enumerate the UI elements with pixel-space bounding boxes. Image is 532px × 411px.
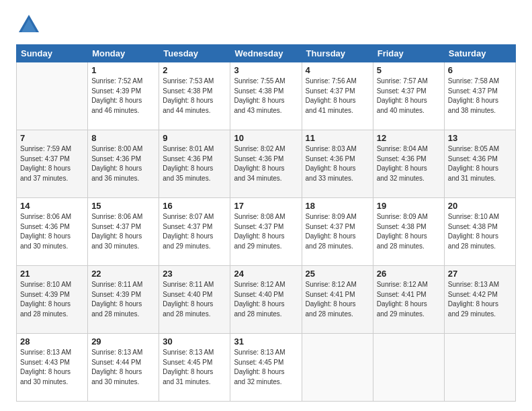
calendar-table: SundayMondayTuesdayWednesdayThursdayFrid… xyxy=(16,44,516,402)
weekday-header-tuesday: Tuesday xyxy=(159,45,230,62)
day-info: Sunrise: 7:53 AM Sunset: 4:38 PM Dayligh… xyxy=(163,77,226,116)
day-info: Sunrise: 7:52 AM Sunset: 4:39 PM Dayligh… xyxy=(91,77,155,116)
day-info: Sunrise: 7:56 AM Sunset: 4:37 PM Dayligh… xyxy=(306,77,369,116)
day-number: 5 xyxy=(377,65,441,75)
day-info: Sunrise: 7:59 AM Sunset: 4:37 PM Dayligh… xyxy=(20,144,84,183)
day-info: Sunrise: 8:00 AM Sunset: 4:36 PM Dayligh… xyxy=(91,144,155,183)
day-number: 23 xyxy=(163,269,226,279)
day-number: 2 xyxy=(163,65,226,75)
day-number: 10 xyxy=(234,133,298,143)
calendar-cell: 23Sunrise: 8:11 AM Sunset: 4:40 PM Dayli… xyxy=(159,266,230,334)
day-info: Sunrise: 8:06 AM Sunset: 4:37 PM Dayligh… xyxy=(91,212,155,251)
day-info: Sunrise: 8:10 AM Sunset: 4:38 PM Dayligh… xyxy=(448,212,512,251)
day-number: 12 xyxy=(377,133,441,143)
day-number: 22 xyxy=(91,269,155,279)
day-number: 4 xyxy=(306,65,369,75)
calendar-cell: 29Sunrise: 8:13 AM Sunset: 4:44 PM Dayli… xyxy=(88,334,159,402)
day-number: 17 xyxy=(234,201,298,211)
day-info: Sunrise: 8:07 AM Sunset: 4:37 PM Dayligh… xyxy=(163,212,226,251)
day-info: Sunrise: 8:13 AM Sunset: 4:43 PM Dayligh… xyxy=(20,348,84,387)
calendar-cell: 12Sunrise: 8:04 AM Sunset: 4:36 PM Dayli… xyxy=(373,130,444,198)
calendar-cell: 28Sunrise: 8:13 AM Sunset: 4:43 PM Dayli… xyxy=(17,334,88,402)
day-number: 3 xyxy=(234,65,298,75)
weekday-header-row: SundayMondayTuesdayWednesdayThursdayFrid… xyxy=(17,45,516,62)
calendar-cell: 25Sunrise: 8:12 AM Sunset: 4:41 PM Dayli… xyxy=(302,266,373,334)
weekday-header-thursday: Thursday xyxy=(302,45,373,62)
day-number: 18 xyxy=(306,201,369,211)
day-info: Sunrise: 8:06 AM Sunset: 4:36 PM Dayligh… xyxy=(20,212,84,251)
calendar-cell: 1Sunrise: 7:52 AM Sunset: 4:39 PM Daylig… xyxy=(88,62,159,130)
calendar-week-row: 1Sunrise: 7:52 AM Sunset: 4:39 PM Daylig… xyxy=(17,62,516,130)
calendar-cell: 4Sunrise: 7:56 AM Sunset: 4:37 PM Daylig… xyxy=(302,62,373,130)
calendar-cell: 19Sunrise: 8:09 AM Sunset: 4:38 PM Dayli… xyxy=(373,198,444,266)
page: SundayMondayTuesdayWednesdayThursdayFrid… xyxy=(0,0,532,411)
calendar-cell: 5Sunrise: 7:57 AM Sunset: 4:37 PM Daylig… xyxy=(373,62,444,130)
calendar-cell: 17Sunrise: 8:08 AM Sunset: 4:37 PM Dayli… xyxy=(230,198,302,266)
calendar-cell: 3Sunrise: 7:55 AM Sunset: 4:38 PM Daylig… xyxy=(230,62,302,130)
day-info: Sunrise: 8:13 AM Sunset: 4:45 PM Dayligh… xyxy=(163,348,226,387)
day-number: 14 xyxy=(20,201,84,211)
day-number: 27 xyxy=(448,269,512,279)
calendar-cell xyxy=(444,334,515,402)
weekday-header-monday: Monday xyxy=(88,45,159,62)
day-info: Sunrise: 8:12 AM Sunset: 4:41 PM Dayligh… xyxy=(377,280,441,319)
day-number: 19 xyxy=(377,201,441,211)
day-info: Sunrise: 8:04 AM Sunset: 4:36 PM Dayligh… xyxy=(377,144,441,183)
day-number: 6 xyxy=(448,65,512,75)
day-number: 7 xyxy=(20,133,84,143)
calendar-week-row: 28Sunrise: 8:13 AM Sunset: 4:43 PM Dayli… xyxy=(17,334,516,402)
day-number: 24 xyxy=(234,269,298,279)
day-info: Sunrise: 7:57 AM Sunset: 4:37 PM Dayligh… xyxy=(377,77,441,116)
calendar-cell: 8Sunrise: 8:00 AM Sunset: 4:36 PM Daylig… xyxy=(88,130,159,198)
day-number: 30 xyxy=(163,336,226,347)
day-info: Sunrise: 8:09 AM Sunset: 4:38 PM Dayligh… xyxy=(377,212,441,251)
day-info: Sunrise: 8:01 AM Sunset: 4:36 PM Dayligh… xyxy=(163,144,226,183)
calendar-week-row: 7Sunrise: 7:59 AM Sunset: 4:37 PM Daylig… xyxy=(17,130,516,198)
day-info: Sunrise: 8:13 AM Sunset: 4:44 PM Dayligh… xyxy=(91,348,155,387)
day-number: 1 xyxy=(91,65,155,75)
day-info: Sunrise: 8:11 AM Sunset: 4:40 PM Dayligh… xyxy=(163,280,226,319)
weekday-header-sunday: Sunday xyxy=(17,45,88,62)
day-info: Sunrise: 8:03 AM Sunset: 4:36 PM Dayligh… xyxy=(306,144,369,183)
day-info: Sunrise: 8:09 AM Sunset: 4:37 PM Dayligh… xyxy=(306,212,369,251)
day-number: 16 xyxy=(163,201,226,211)
day-info: Sunrise: 8:05 AM Sunset: 4:36 PM Dayligh… xyxy=(448,144,512,183)
calendar-cell: 21Sunrise: 8:10 AM Sunset: 4:39 PM Dayli… xyxy=(17,266,88,334)
calendar-cell: 7Sunrise: 7:59 AM Sunset: 4:37 PM Daylig… xyxy=(17,130,88,198)
weekday-header-saturday: Saturday xyxy=(444,45,515,62)
day-info: Sunrise: 8:08 AM Sunset: 4:37 PM Dayligh… xyxy=(234,212,298,251)
day-info: Sunrise: 8:12 AM Sunset: 4:41 PM Dayligh… xyxy=(306,280,369,319)
day-number: 26 xyxy=(377,269,441,279)
day-info: Sunrise: 8:02 AM Sunset: 4:36 PM Dayligh… xyxy=(234,144,298,183)
calendar-cell: 27Sunrise: 8:13 AM Sunset: 4:42 PM Dayli… xyxy=(444,266,515,334)
calendar-cell xyxy=(17,62,88,130)
calendar-cell: 20Sunrise: 8:10 AM Sunset: 4:38 PM Dayli… xyxy=(444,198,515,266)
weekday-header-friday: Friday xyxy=(373,45,444,62)
day-number: 8 xyxy=(91,133,155,143)
header xyxy=(16,12,516,38)
calendar-cell xyxy=(302,334,373,402)
calendar-cell: 24Sunrise: 8:12 AM Sunset: 4:40 PM Dayli… xyxy=(230,266,302,334)
calendar-cell: 22Sunrise: 8:11 AM Sunset: 4:39 PM Dayli… xyxy=(88,266,159,334)
day-number: 28 xyxy=(20,336,84,347)
calendar-cell: 15Sunrise: 8:06 AM Sunset: 4:37 PM Dayli… xyxy=(88,198,159,266)
weekday-header-wednesday: Wednesday xyxy=(230,45,302,62)
day-number: 11 xyxy=(306,133,369,143)
day-info: Sunrise: 8:13 AM Sunset: 4:42 PM Dayligh… xyxy=(448,280,512,319)
day-number: 21 xyxy=(20,269,84,279)
calendar-cell: 30Sunrise: 8:13 AM Sunset: 4:45 PM Dayli… xyxy=(159,334,230,402)
logo-icon xyxy=(16,12,42,38)
day-info: Sunrise: 8:13 AM Sunset: 4:45 PM Dayligh… xyxy=(234,348,298,387)
calendar-cell: 2Sunrise: 7:53 AM Sunset: 4:38 PM Daylig… xyxy=(159,62,230,130)
calendar-cell: 31Sunrise: 8:13 AM Sunset: 4:45 PM Dayli… xyxy=(230,334,302,402)
calendar-cell: 13Sunrise: 8:05 AM Sunset: 4:36 PM Dayli… xyxy=(444,130,515,198)
day-number: 13 xyxy=(448,133,512,143)
calendar-cell: 26Sunrise: 8:12 AM Sunset: 4:41 PM Dayli… xyxy=(373,266,444,334)
calendar-cell: 18Sunrise: 8:09 AM Sunset: 4:37 PM Dayli… xyxy=(302,198,373,266)
calendar-cell: 11Sunrise: 8:03 AM Sunset: 4:36 PM Dayli… xyxy=(302,130,373,198)
day-number: 9 xyxy=(163,133,226,143)
logo xyxy=(16,12,46,38)
day-number: 31 xyxy=(234,336,298,347)
day-number: 25 xyxy=(306,269,369,279)
day-info: Sunrise: 8:11 AM Sunset: 4:39 PM Dayligh… xyxy=(91,280,155,319)
